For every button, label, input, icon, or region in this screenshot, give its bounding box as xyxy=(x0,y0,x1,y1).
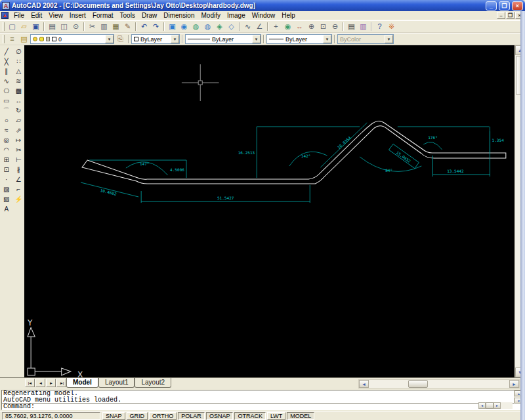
paste-icon[interactable]: ▦ xyxy=(110,22,121,32)
match-properties-icon[interactable]: ✎ xyxy=(122,22,133,32)
etransmit-icon[interactable]: ◈ xyxy=(214,22,225,32)
zoom-window-icon[interactable]: ⊡ xyxy=(318,22,329,32)
toggle-grid[interactable]: GRID xyxy=(127,412,148,420)
layer-dropdown[interactable]: 0 ▼ xyxy=(30,34,114,44)
lengthen-tool-icon[interactable]: ↦ xyxy=(13,135,24,145)
meet-now-icon[interactable]: ◍ xyxy=(190,22,201,32)
menu-view[interactable]: View xyxy=(45,11,66,20)
line-tool-icon[interactable]: ╱ xyxy=(1,47,12,56)
ellipse-tool-icon[interactable]: ◎ xyxy=(1,135,12,145)
zoom-realtime-icon[interactable]: ⊕ xyxy=(306,22,317,32)
toolbar-grip[interactable] xyxy=(3,22,5,31)
extend-tool-icon[interactable]: ⊢ xyxy=(13,155,24,165)
insert-block-tool-icon[interactable]: ⊞ xyxy=(1,155,12,165)
multiline-text-tool-icon[interactable]: A xyxy=(1,204,12,214)
erase-tool-icon[interactable]: ∅ xyxy=(13,47,24,56)
command-history-line[interactable]: AutoCAD menu utilities loaded. xyxy=(3,397,522,404)
minimize-button[interactable]: _ xyxy=(486,1,497,10)
make-object-layer-current-icon[interactable]: ≡ xyxy=(7,34,18,45)
explode-tool-icon[interactable]: ⚡ xyxy=(13,194,24,204)
named-views-icon[interactable]: ↔ xyxy=(294,22,305,32)
toggle-lwt[interactable]: LWT xyxy=(267,412,285,420)
menu-window[interactable]: Window xyxy=(249,11,279,20)
color-dropdown[interactable]: ByLayer ▼ xyxy=(131,34,180,44)
print-icon[interactable]: ▤ xyxy=(47,22,58,32)
search-icon[interactable]: ⊙ xyxy=(70,22,81,32)
layer-freeze-icon[interactable] xyxy=(39,37,44,41)
scroll-right-icon[interactable]: ► xyxy=(509,380,519,388)
copy-object-tool-icon[interactable]: ∷ xyxy=(13,56,24,66)
command-prompt[interactable]: Command: xyxy=(2,404,523,410)
command-scroll-right-icon[interactable]: ► xyxy=(494,402,501,409)
chamfer-tool-icon[interactable]: ∠ xyxy=(13,175,24,184)
pan-realtime-icon[interactable]: + xyxy=(270,22,282,32)
menu-tools[interactable]: Tools xyxy=(117,11,138,20)
redraw-icon[interactable]: ◉ xyxy=(282,22,293,32)
rectangle-tool-icon[interactable]: ▭ xyxy=(1,96,12,106)
command-horizontal-scrollbar[interactable]: ◄ ► xyxy=(478,402,513,409)
tab-layout1[interactable]: Layout1 xyxy=(98,378,135,388)
tab-last-button[interactable]: ►| xyxy=(56,379,66,387)
undo-icon[interactable]: ↶ xyxy=(138,22,150,32)
command-horizontal-scroll-thumb[interactable] xyxy=(486,402,494,409)
polygon-tool-icon[interactable]: ⎔ xyxy=(1,86,12,96)
rotate-tool-icon[interactable]: ↻ xyxy=(13,106,24,116)
ellipse-arc-tool-icon[interactable]: ◠ xyxy=(1,145,12,155)
tab-prev-button[interactable]: ◄ xyxy=(35,379,45,387)
snap-from-icon[interactable]: ∠ xyxy=(254,22,265,32)
publish-to-web-icon[interactable]: ◍ xyxy=(202,22,213,32)
horizontal-scroll-track[interactable] xyxy=(369,380,509,388)
cut-icon[interactable]: ✂ xyxy=(87,22,98,32)
menu-modify[interactable]: Modify xyxy=(198,11,224,20)
layer-on-bulb-icon[interactable] xyxy=(33,37,37,41)
active-assistance-icon[interactable]: ※ xyxy=(386,22,397,32)
zoom-previous-icon[interactable]: ⊖ xyxy=(329,22,341,32)
construction-line-tool-icon[interactable]: ╳ xyxy=(1,56,12,66)
scale-tool-icon[interactable]: ▱ xyxy=(13,116,24,125)
menu-help[interactable]: Help xyxy=(278,11,299,20)
make-layer-current-icon[interactable]: ⎘ xyxy=(115,34,126,45)
redo-icon[interactable]: ↷ xyxy=(150,22,161,32)
toggle-polar[interactable]: POLAR xyxy=(178,412,205,420)
temporary-track-point-icon[interactable]: ∿ xyxy=(242,22,253,32)
menu-insert[interactable]: Insert xyxy=(66,11,89,20)
mirror-tool-icon[interactable]: △ xyxy=(13,66,24,76)
spline-tool-icon[interactable]: ≈ xyxy=(1,125,12,135)
array-tool-icon[interactable]: ▩ xyxy=(13,86,24,96)
command-inner[interactable]: Regenerating model.AutoCAD menu utilitie… xyxy=(1,390,524,410)
layer-lock-icon[interactable] xyxy=(46,37,50,41)
offset-tool-icon[interactable]: ≋ xyxy=(13,76,24,86)
multiline-tool-icon[interactable]: ∥ xyxy=(1,66,12,76)
new-file-icon[interactable]: ▢ xyxy=(7,22,18,32)
menu-edit[interactable]: Edit xyxy=(28,11,45,20)
tab-next-button[interactable]: ► xyxy=(46,379,56,387)
break-tool-icon[interactable]: ∦ xyxy=(13,165,24,175)
autodesk-point-a-icon[interactable]: ◉ xyxy=(178,22,190,32)
linetype-dropdown-arrow-icon[interactable]: ▼ xyxy=(252,35,261,43)
tab-first-button[interactable]: |◄ xyxy=(25,379,35,387)
toggle-ortho[interactable]: ORTHO xyxy=(149,412,177,420)
menu-draw[interactable]: Draw xyxy=(138,11,160,20)
today-icon[interactable]: ▣ xyxy=(167,22,178,32)
command-scroll-left-icon[interactable]: ◄ xyxy=(478,402,486,409)
lineweight-dropdown[interactable]: ByLayer ▼ xyxy=(266,34,332,44)
color-dropdown-arrow-icon[interactable]: ▼ xyxy=(171,35,179,43)
polyline-tool-icon[interactable]: ∿ xyxy=(1,76,12,86)
designcenter-icon[interactable]: ▥ xyxy=(358,22,369,32)
open-folder-icon[interactable]: ▱ xyxy=(18,22,30,32)
hatch-tool-icon[interactable]: ▨ xyxy=(1,184,12,194)
linetype-dropdown[interactable]: ByLayer ▼ xyxy=(185,34,261,44)
coordinate-readout[interactable]: 85.7602, 93.1276, 0.0000 xyxy=(2,412,100,420)
point-tool-icon[interactable]: · xyxy=(1,175,12,184)
fillet-tool-icon[interactable]: ⌐ xyxy=(13,184,24,194)
toggle-snap[interactable]: SNAP xyxy=(102,412,125,420)
region-tool-icon[interactable]: ▧ xyxy=(1,194,12,204)
lineweight-dropdown-arrow-icon[interactable]: ▼ xyxy=(323,35,331,43)
menu-dimension[interactable]: Dimension xyxy=(160,11,198,20)
stretch-tool-icon[interactable]: ⇗ xyxy=(13,125,24,135)
close-button[interactable]: × xyxy=(512,1,523,10)
save-icon[interactable]: ▣ xyxy=(30,22,41,32)
trim-tool-icon[interactable]: ✂ xyxy=(13,145,24,155)
restore-button[interactable]: ❐ xyxy=(499,1,510,10)
print-preview-icon[interactable]: ◫ xyxy=(58,22,70,32)
